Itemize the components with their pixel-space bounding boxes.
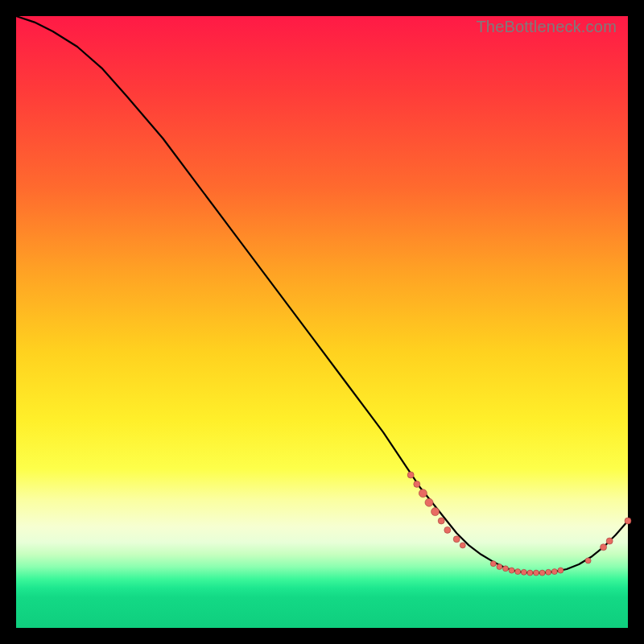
data-point-marker	[490, 561, 496, 567]
data-point-marker	[407, 472, 414, 478]
data-point-marker	[497, 564, 502, 570]
marker-group	[407, 472, 631, 576]
data-point-marker	[460, 543, 465, 548]
data-point-marker	[444, 526, 451, 533]
data-point-marker	[503, 566, 509, 572]
data-point-marker	[425, 498, 433, 506]
data-point-marker	[625, 518, 631, 524]
data-point-marker	[419, 489, 427, 497]
data-point-marker	[521, 569, 526, 575]
data-point-marker	[453, 536, 460, 543]
data-point-marker	[606, 538, 613, 544]
data-point-marker	[515, 569, 521, 575]
data-point-marker	[558, 568, 564, 573]
data-point-marker	[414, 481, 420, 487]
data-point-marker	[601, 544, 607, 551]
data-point-marker	[585, 558, 591, 564]
data-point-marker	[539, 570, 545, 576]
curve-path	[16, 16, 628, 573]
data-point-marker	[551, 569, 557, 575]
data-point-marker	[527, 570, 533, 576]
chart-stage: TheBottleneck.com	[0, 0, 644, 644]
data-point-marker	[509, 568, 514, 573]
data-point-marker	[546, 569, 551, 575]
chart-plot-area: TheBottleneck.com	[16, 16, 628, 628]
chart-svg	[16, 16, 628, 628]
data-point-marker	[438, 518, 444, 524]
data-point-marker	[534, 570, 539, 576]
data-point-marker	[431, 508, 440, 516]
